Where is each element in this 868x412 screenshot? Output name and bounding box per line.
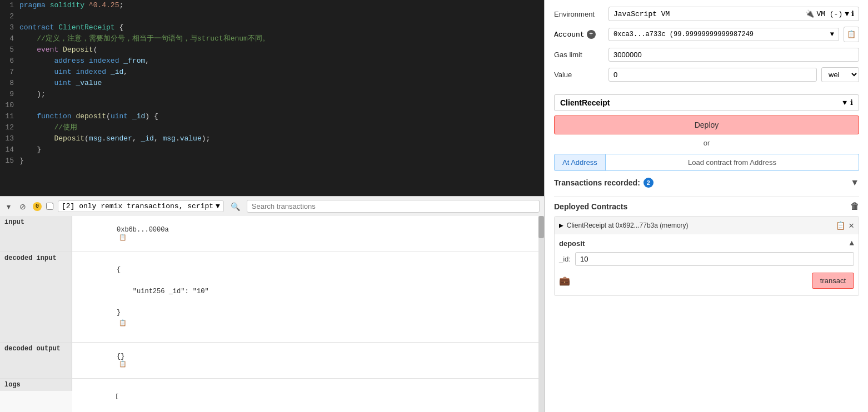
load-contract-button[interactable]: Load contract from Address: [606, 154, 859, 171]
deposit-label: deposit: [559, 239, 585, 248]
code-line-8: 8 uint _value: [0, 78, 544, 89]
code-line-5: 5 event Deposit(: [0, 44, 544, 56]
environment-value: JavaScript VM: [613, 10, 670, 18]
environment-select[interactable]: JavaScript VM 🔌 VM (-) ▼ ℹ: [608, 7, 859, 21]
logs-label: logs: [0, 379, 72, 391]
code-line-15: 15 }: [0, 155, 544, 167]
scrollbar-track[interactable]: [538, 216, 544, 412]
code-line-4: 4 //定义，注意，需要加分号，相当于一句语句，与struct和enum不同。: [0, 33, 544, 44]
bottom-toolbar: ▾ ⊘ 0 [2] only remix transactions, scrip…: [0, 196, 544, 216]
deployed-contracts-label: Deployed Contracts: [554, 202, 627, 211]
decoded-output-value: {} 📋: [72, 343, 544, 378]
account-row: Account + 0xca3...a733c (99.999999999999…: [554, 27, 859, 42]
code-line-1: 1 pragma solidity ^0.4.25;: [0, 0, 544, 11]
gas-limit-row: Gas limit: [554, 48, 859, 62]
log-content-area: remix input 0xb6b...0000a 📋 decoded inpu…: [0, 216, 544, 412]
chevron-down-icon: ▼: [216, 202, 220, 210]
divider: [554, 197, 859, 197]
decoded-input-value: { "uint256 _id": "10" } 📋: [72, 252, 544, 342]
search-input[interactable]: [252, 202, 535, 210]
code-line-10: 10: [0, 100, 544, 111]
contract-select-wrap[interactable]: ClientReceipt ▼ ℹ: [554, 94, 859, 111]
transactions-recorded-header: Transactions recorded: 2 ▼: [554, 178, 859, 188]
copy-decoded-output-icon[interactable]: 📋: [119, 361, 127, 368]
copy-contract-icon[interactable]: 📋: [836, 221, 845, 230]
vm-badge-text: VM (-): [816, 10, 842, 18]
account-label-wrap: Account +: [554, 30, 604, 39]
account-value: 0xca3...a733c (99.99999999999987249: [613, 31, 754, 38]
environment-row: Environment JavaScript VM 🔌 VM (-) ▼ ℹ: [554, 7, 859, 21]
id-row: _id:: [559, 252, 854, 266]
account-select[interactable]: 0xca3...a733c (99.99999999999987249 ▼: [608, 28, 839, 41]
search-icon-btn[interactable]: 🔍: [228, 201, 242, 212]
gas-limit-label: Gas limit: [554, 51, 604, 59]
at-address-button[interactable]: At Address: [554, 154, 606, 171]
copy-decoded-input-icon[interactable]: 📋: [119, 320, 127, 326]
filter-checkbox[interactable]: [46, 203, 53, 210]
search-wrap[interactable]: [247, 200, 540, 213]
log-row-input: input 0xb6b...0000a 📋: [0, 216, 544, 252]
expand-icon-btn[interactable]: ▾: [4, 201, 13, 212]
info-icon[interactable]: ℹ: [851, 9, 854, 18]
account-label: Account: [554, 31, 585, 39]
chevron-down-icon: ▼: [830, 31, 834, 38]
chevron-down-icon: ▼: [842, 99, 847, 107]
deploy-section: Deploy or: [554, 115, 859, 147]
right-panel: Environment JavaScript VM 🔌 VM (-) ▼ ℹ A…: [545, 0, 868, 412]
contract-instance: ▶ ClientReceipt at 0x692...77b3a (memory…: [554, 216, 859, 296]
checkbox-area[interactable]: [46, 203, 53, 210]
code-line-13: 13 Deposit(msg.sender, _id, msg.value);: [0, 133, 544, 144]
deposit-header: deposit ▲: [559, 239, 854, 248]
chevron-down-icon: ▼: [845, 10, 849, 18]
info-icon[interactable]: ℹ: [850, 98, 853, 107]
trash-icon[interactable]: 🗑: [850, 202, 859, 212]
input-label: input: [0, 216, 72, 252]
deployed-contracts-header: Deployed Contracts 🗑: [554, 202, 859, 212]
code-line-6: 6 address indexed _from,: [0, 56, 544, 67]
log-row-logs: logs [ { "from": "0x692a70d2e424a56d2c6c…: [0, 379, 544, 413]
code-line-3: 3 contract ClientReceipt {: [0, 22, 544, 33]
contract-name: ClientReceipt: [560, 98, 610, 107]
or-text: or: [704, 139, 710, 147]
gas-limit-input[interactable]: [608, 48, 859, 62]
plug-icon: 🔌: [805, 9, 814, 18]
log-row-decoded-input: decoded input { "uint256 _id": "10" } 📋: [0, 252, 544, 343]
contract-instance-name: ClientReceipt at 0x692...77b3a (memory): [567, 222, 833, 229]
code-line-14: 14 }: [0, 144, 544, 155]
transactions-recorded-label: Transactions recorded:: [554, 178, 640, 187]
code-line-9: 9 );: [0, 89, 544, 100]
value-label: Value: [554, 71, 604, 79]
deploy-button[interactable]: Deploy: [554, 115, 859, 134]
transactions-chevron-icon[interactable]: ▼: [850, 178, 859, 188]
copy-input-icon[interactable]: 📋: [119, 234, 127, 241]
log-area[interactable]: remix input 0xb6b...0000a 📋 decoded inpu…: [0, 216, 544, 412]
stop-icon-btn[interactable]: ⊘: [17, 201, 28, 212]
id-input[interactable]: [575, 252, 854, 266]
deposit-chevron-up-icon[interactable]: ▲: [850, 239, 854, 248]
briefcase-icon[interactable]: 💼: [559, 275, 570, 287]
editor-panel: 1 pragma solidity ^0.4.25; 2 3 contract …: [0, 0, 545, 412]
value-input[interactable]: [608, 68, 817, 82]
unit-select[interactable]: wei gwei ether: [821, 67, 859, 82]
scrollbar-thumb[interactable]: [538, 216, 544, 238]
copy-account-btn[interactable]: 📋: [844, 27, 859, 42]
code-line-12: 12 //使用: [0, 122, 544, 133]
environment-label: Environment: [554, 10, 604, 18]
filter-select-wrap[interactable]: [2] only remix transactions, script ▼: [58, 200, 224, 212]
code-line-2: 2: [0, 11, 544, 22]
vm-badge: 🔌 VM (-) ▼ ℹ: [805, 9, 854, 18]
decoded-input-label: decoded input: [0, 252, 72, 342]
value-row: Value wei gwei ether: [554, 67, 859, 82]
chevron-right-icon[interactable]: ▶: [559, 221, 563, 230]
input-value: 0xb6b...0000a 📋: [72, 216, 544, 252]
close-contract-icon[interactable]: ✕: [849, 220, 854, 231]
transactions-count-badge: 2: [643, 178, 654, 188]
at-address-section: At Address Load contract from Address: [554, 154, 859, 171]
log-row-decoded-output: decoded output {} 📋: [0, 343, 544, 379]
add-account-icon[interactable]: +: [587, 30, 596, 39]
transact-button[interactable]: transact: [812, 273, 854, 289]
id-label: _id:: [559, 255, 571, 263]
code-area[interactable]: 1 pragma solidity ^0.4.25; 2 3 contract …: [0, 0, 544, 196]
code-line-11: 11 function deposit(uint _id) {: [0, 111, 544, 122]
code-line-7: 7 uint indexed _id,: [0, 67, 544, 78]
